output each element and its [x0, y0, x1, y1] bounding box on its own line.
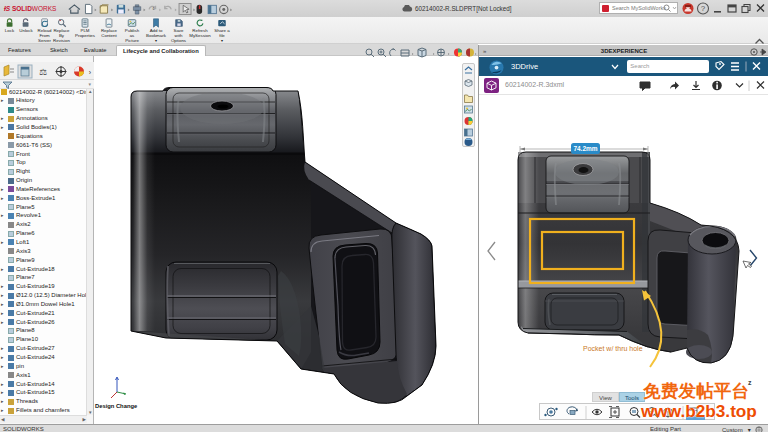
svg-text:74.2mm: 74.2mm: [573, 145, 597, 152]
svg-text:?: ?: [701, 4, 706, 13]
svg-text:⚖: ⚖: [39, 67, 47, 77]
svg-text:Pocket w/ thru hole: Pocket w/ thru hole: [583, 345, 643, 352]
svg-text:›: ›: [89, 68, 92, 75]
